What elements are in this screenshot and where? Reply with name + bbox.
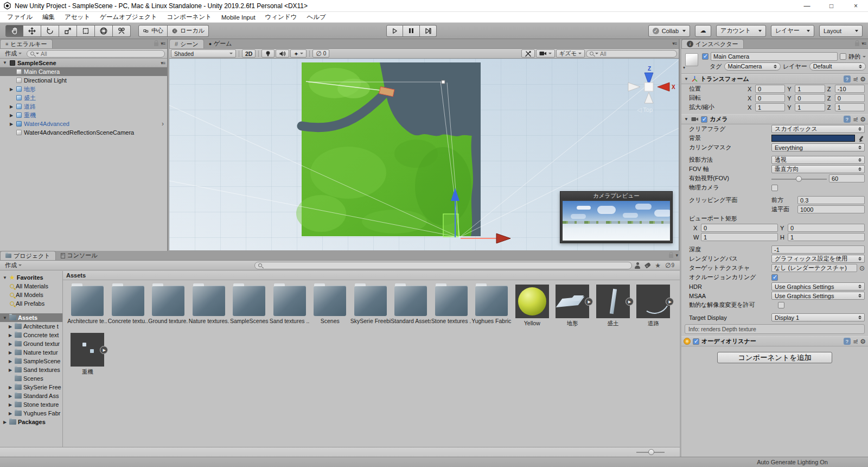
label-filter-icon[interactable]: [644, 262, 651, 268]
2d-toggle[interactable]: 2D: [242, 49, 256, 58]
gear-icon[interactable]: ⚙: [860, 75, 866, 83]
hierarchy-item[interactable]: 盛土: [0, 93, 167, 102]
fov-axis-dropdown[interactable]: 垂直方向: [771, 165, 865, 173]
name-field[interactable]: Main Camera: [711, 52, 838, 61]
eyedropper-icon[interactable]: [857, 135, 865, 142]
menu-item[interactable]: ヘルプ: [302, 12, 330, 23]
gear-icon[interactable]: ⚙: [860, 338, 866, 345]
menu-item[interactable]: Mobile Input: [216, 12, 260, 23]
asset-item[interactable]: Ground texture...: [148, 285, 189, 327]
hierarchy-item[interactable]: Water4AdvancedReflectionSceneCamera: [0, 128, 167, 137]
menu-item[interactable]: アセット: [60, 12, 95, 23]
add-component-button[interactable]: コンポーネントを追加: [717, 352, 832, 363]
project-tree-item[interactable]: ▶Standard Ass: [0, 392, 62, 400]
tab-game[interactable]: ●ゲーム: [204, 39, 237, 48]
asset-item[interactable]: Concrete textu...: [108, 285, 149, 327]
static-dropdown-icon[interactable]: [863, 56, 866, 58]
asset-item[interactable]: ▶ 盛土: [593, 285, 634, 327]
minimize-button[interactable]: —: [795, 0, 819, 12]
scene-row[interactable]: ▼ SampleScene ▾≡: [0, 59, 167, 67]
asset-item[interactable]: Nature textures...: [189, 285, 229, 327]
camera-header[interactable]: ▼ カメラ ?≡!⚙: [681, 114, 868, 124]
collab-dropdown[interactable]: ✓Collab: [648, 25, 690, 37]
background-color-field[interactable]: [771, 135, 855, 142]
help-icon[interactable]: ?: [844, 116, 851, 123]
rotate-tool-button[interactable]: [41, 25, 59, 37]
static-checkbox[interactable]: [840, 53, 846, 60]
foldout-icon[interactable]: ▼: [684, 77, 689, 81]
rendering-path-dropdown[interactable]: グラフィックス設定を使用: [771, 255, 865, 263]
tab-inspector[interactable]: iインスペクター: [681, 39, 744, 48]
project-tree-item[interactable]: ▶Architecture t: [0, 322, 62, 331]
menu-item[interactable]: ウィンドウ: [260, 12, 302, 23]
expander-icon[interactable]: ▶: [9, 122, 14, 127]
help-icon[interactable]: ?: [844, 75, 851, 83]
menu-item[interactable]: 編集: [37, 12, 60, 23]
favorites-root[interactable]: ▼★Favorites: [0, 273, 62, 282]
maximize-button[interactable]: □: [819, 0, 844, 12]
rect-tool-button[interactable]: [77, 25, 95, 37]
viewport-y-field[interactable]: 0: [788, 224, 865, 232]
project-tree-item[interactable]: ▶Sand textures: [0, 365, 62, 374]
tab-project[interactable]: プロジェクト: [0, 251, 56, 260]
viewport-h-field[interactable]: 1: [788, 233, 865, 241]
scale-x-field[interactable]: 1: [755, 103, 785, 111]
camera-enabled-checkbox[interactable]: [701, 116, 707, 123]
position-y-field[interactable]: 1: [795, 85, 825, 93]
hidden-count-toggle[interactable]: ∅9: [665, 262, 674, 269]
project-tree-item[interactable]: ▶Stone texture: [0, 400, 62, 409]
hierarchy-search[interactable]: [27, 50, 165, 58]
project-tree-item[interactable]: ▶SkySerie Free: [0, 383, 62, 392]
hierarchy-item[interactable]: ▶ 道路: [0, 102, 167, 111]
hierarchy-item[interactable]: ▶ 重機: [0, 111, 167, 119]
lock-icon[interactable]: [154, 42, 158, 46]
viewport-x-field[interactable]: 0: [701, 224, 778, 232]
scale-z-field[interactable]: 1: [835, 103, 865, 111]
layout-dropdown[interactable]: Layout: [819, 25, 863, 37]
scene-camera-dropdown[interactable]: [536, 49, 555, 58]
close-button[interactable]: ×: [844, 0, 868, 12]
gear-icon[interactable]: ⚙: [860, 116, 866, 123]
panel-menu-icon[interactable]: ▾≡: [161, 41, 165, 46]
rotation-y-field[interactable]: 0: [795, 94, 825, 102]
hierarchy-item[interactable]: ▶ Water4Advanced ›: [0, 119, 167, 128]
prefab-open-badge[interactable]: ▶: [100, 346, 108, 354]
far-plane-field[interactable]: 1000: [797, 205, 865, 213]
msaa-dropdown[interactable]: Use Graphics Settings: [771, 292, 865, 300]
prefab-chevron-icon[interactable]: ›: [162, 120, 164, 128]
lock-icon[interactable]: [855, 42, 859, 46]
project-tree-item[interactable]: ▶Nature textur: [0, 348, 62, 357]
account-dropdown[interactable]: アカウント: [716, 25, 766, 37]
asset-item[interactable]: ▶ 道路: [633, 285, 674, 327]
step-button[interactable]: [420, 25, 437, 37]
project-search-input[interactable]: [264, 262, 628, 269]
favorites-item[interactable]: All Models: [0, 291, 62, 299]
prefab-open-badge[interactable]: ▶: [666, 298, 674, 306]
physical-camera-checkbox[interactable]: [771, 185, 778, 191]
asset-item[interactable]: Architecture te...: [67, 285, 108, 327]
audio-listener-header[interactable]: オーディオリスナー ?≡!⚙: [681, 336, 868, 346]
audio-enabled-checkbox[interactable]: [693, 338, 699, 345]
rotation-x-field[interactable]: 0: [755, 94, 785, 102]
thumbnail-size-slider[interactable]: [636, 452, 665, 453]
layers-dropdown[interactable]: レイヤー: [771, 25, 814, 37]
menu-item[interactable]: ゲームオブジェクト: [95, 12, 162, 23]
object-picker-icon[interactable]: ⊙: [859, 264, 865, 272]
asset-item[interactable]: Standard Assets: [391, 285, 431, 327]
lock-icon[interactable]: [669, 254, 673, 258]
scale-tool-button[interactable]: [59, 25, 77, 37]
hierarchy-search-input[interactable]: [41, 51, 161, 57]
occlusion-culling-checkbox[interactable]: [771, 274, 778, 281]
help-icon[interactable]: ?: [844, 338, 851, 345]
near-plane-field[interactable]: 0.3: [797, 196, 865, 204]
depth-field[interactable]: -1: [771, 245, 865, 254]
tab-scene[interactable]: #シーン: [169, 39, 204, 48]
tab-console[interactable]: ≡コンソール: [56, 251, 103, 260]
panel-menu-icon[interactable]: ▾≡: [672, 41, 676, 46]
rotation-z-field[interactable]: 0: [835, 94, 865, 102]
asset-item[interactable]: Sand textures ...: [270, 285, 310, 327]
scene-search-input[interactable]: [600, 51, 673, 57]
cloud-button[interactable]: ☁: [695, 25, 711, 37]
foldout-icon[interactable]: ▼: [684, 117, 689, 122]
panel-menu-icon[interactable]: ▾: [675, 253, 678, 258]
